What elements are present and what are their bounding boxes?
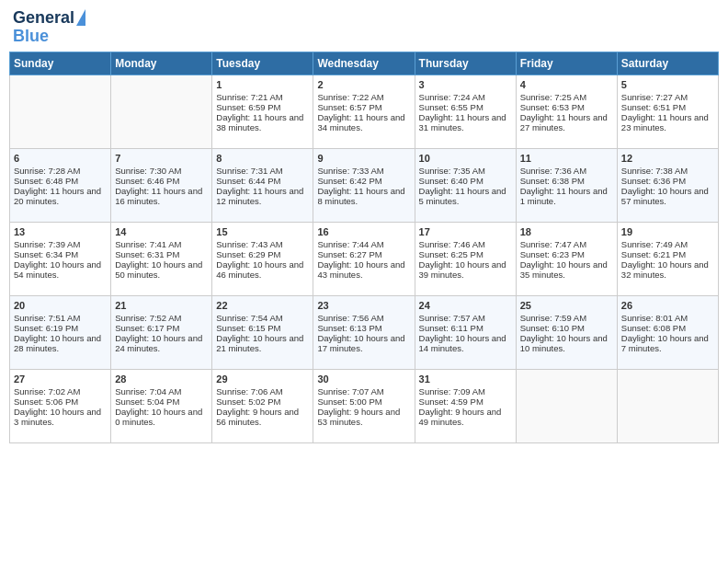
day-info-line: Sunset: 6:11 PM [419,323,512,333]
day-info-line: Sunset: 6:46 PM [115,176,208,186]
day-number: 14 [115,226,208,237]
calendar-cell: 21Sunrise: 7:52 AMSunset: 6:17 PMDayligh… [111,295,212,369]
weekday-header-cell: Sunday [10,52,111,75]
day-info-line: Sunrise: 7:44 AM [317,239,410,249]
day-info-line: Sunset: 6:40 PM [419,176,512,186]
day-info-line: Daylight: 11 hours and 38 minutes. [216,112,309,132]
day-info-line: Sunrise: 7:57 AM [419,313,512,323]
day-info-line: Sunrise: 7:51 AM [14,313,107,323]
calendar-cell: 29Sunrise: 7:06 AMSunset: 5:02 PMDayligh… [212,369,313,442]
day-info-line: Daylight: 11 hours and 8 minutes. [317,186,410,206]
day-info-line: Sunset: 6:21 PM [621,249,714,259]
calendar-week-row: 13Sunrise: 7:39 AMSunset: 6:34 PMDayligh… [10,222,719,295]
day-info-line: Sunrise: 7:28 AM [14,166,107,176]
day-info-line: Daylight: 10 hours and 7 minutes. [621,333,714,353]
day-number: 1 [216,79,309,90]
day-info-line: Sunrise: 7:36 AM [520,166,613,176]
page-header: General Blue [9,9,719,46]
day-number: 25 [520,300,613,311]
day-info-line: Sunset: 6:25 PM [419,249,512,259]
logo-triangle-icon [76,9,85,26]
day-info-line: Sunset: 6:17 PM [115,323,208,333]
calendar-cell: 20Sunrise: 7:51 AMSunset: 6:19 PMDayligh… [10,295,111,369]
calendar-cell: 19Sunrise: 7:49 AMSunset: 6:21 PMDayligh… [617,222,718,295]
day-info-line: Sunrise: 7:21 AM [216,92,309,102]
day-info-line: Sunset: 4:59 PM [419,396,512,407]
day-info-line: Sunrise: 7:25 AM [520,92,613,102]
calendar-cell: 22Sunrise: 7:54 AMSunset: 6:15 PMDayligh… [212,295,313,369]
calendar-cell [617,369,718,442]
day-info-line: Daylight: 11 hours and 12 minutes. [216,186,309,206]
day-number: 27 [14,373,107,385]
day-number: 5 [621,79,714,90]
day-number: 28 [115,373,208,385]
day-info-line: Sunrise: 7:41 AM [115,239,208,249]
day-info-line: Daylight: 11 hours and 1 minute. [520,186,613,206]
weekday-header-cell: Monday [111,52,212,75]
day-number: 15 [216,226,309,237]
day-info-line: Daylight: 10 hours and 39 minutes. [419,259,512,280]
calendar-cell: 2Sunrise: 7:22 AMSunset: 6:57 PMDaylight… [313,75,415,148]
day-info-line: Daylight: 10 hours and 0 minutes. [115,407,208,427]
day-info-line: Sunset: 6:38 PM [520,176,613,186]
weekday-header-cell: Wednesday [313,52,415,75]
day-info-line: Sunset: 6:44 PM [216,176,309,186]
day-info-line: Sunrise: 7:07 AM [317,386,410,396]
day-number: 31 [419,373,512,385]
day-info-line: Daylight: 11 hours and 23 minutes. [621,112,714,132]
day-info-line: Sunset: 6:15 PM [216,323,309,333]
weekday-header-cell: Thursday [415,52,516,75]
calendar-cell: 15Sunrise: 7:43 AMSunset: 6:29 PMDayligh… [212,222,313,295]
day-number: 3 [419,79,512,90]
day-info-line: Daylight: 10 hours and 54 minutes. [14,259,107,280]
calendar-week-row: 20Sunrise: 7:51 AMSunset: 6:19 PMDayligh… [10,295,719,369]
day-info-line: Daylight: 10 hours and 24 minutes. [115,333,208,353]
day-info-line: Daylight: 11 hours and 5 minutes. [419,186,512,206]
day-info-line: Sunrise: 7:31 AM [216,166,309,176]
day-number: 11 [520,153,613,164]
calendar-cell: 1Sunrise: 7:21 AMSunset: 6:59 PMDaylight… [212,75,313,148]
day-info-line: Sunrise: 7:27 AM [621,92,714,102]
day-info-line: Daylight: 10 hours and 17 minutes. [317,333,410,353]
day-info-line: Sunrise: 7:56 AM [317,313,410,323]
day-info-line: Sunrise: 7:52 AM [115,313,208,323]
calendar-cell: 9Sunrise: 7:33 AMSunset: 6:42 PMDaylight… [313,148,415,222]
day-info-line: Sunset: 5:00 PM [317,396,410,407]
day-info-line: Daylight: 11 hours and 34 minutes. [317,112,410,132]
day-info-line: Sunset: 6:48 PM [14,176,107,186]
calendar-cell [111,75,212,148]
calendar-cell: 27Sunrise: 7:02 AMSunset: 5:06 PMDayligh… [10,369,111,442]
day-info-line: Sunset: 6:13 PM [317,323,410,333]
day-info-line: Sunrise: 7:43 AM [216,239,309,249]
day-info-line: Sunrise: 7:46 AM [419,239,512,249]
calendar-cell: 28Sunrise: 7:04 AMSunset: 5:04 PMDayligh… [111,369,212,442]
day-info-line: Daylight: 10 hours and 43 minutes. [317,259,410,280]
day-info-line: Sunset: 6:10 PM [520,323,613,333]
calendar-cell [10,75,111,148]
day-info-line: Daylight: 10 hours and 32 minutes. [621,259,714,280]
weekday-header-cell: Tuesday [212,52,313,75]
day-info-line: Daylight: 10 hours and 46 minutes. [216,259,309,280]
calendar-cell: 5Sunrise: 7:27 AMSunset: 6:51 PMDaylight… [617,75,718,148]
day-number: 19 [621,226,714,237]
day-info-line: Sunrise: 7:35 AM [419,166,512,176]
day-info-line: Daylight: 11 hours and 16 minutes. [115,186,208,206]
day-number: 12 [621,153,714,164]
calendar-cell: 7Sunrise: 7:30 AMSunset: 6:46 PMDaylight… [111,148,212,222]
calendar-cell: 24Sunrise: 7:57 AMSunset: 6:11 PMDayligh… [415,295,516,369]
calendar-cell: 31Sunrise: 7:09 AMSunset: 4:59 PMDayligh… [415,369,516,442]
day-info-line: Sunset: 5:04 PM [115,396,208,407]
logo-text-general: General [13,9,74,28]
day-info-line: Sunset: 6:34 PM [14,249,107,259]
calendar-cell: 13Sunrise: 7:39 AMSunset: 6:34 PMDayligh… [10,222,111,295]
calendar-cell: 23Sunrise: 7:56 AMSunset: 6:13 PMDayligh… [313,295,415,369]
day-number: 23 [317,300,410,311]
calendar-cell: 8Sunrise: 7:31 AMSunset: 6:44 PMDaylight… [212,148,313,222]
calendar-cell: 11Sunrise: 7:36 AMSunset: 6:38 PMDayligh… [516,148,617,222]
day-info-line: Sunrise: 7:47 AM [520,239,613,249]
day-info-line: Sunrise: 7:59 AM [520,313,613,323]
day-info-line: Sunrise: 8:01 AM [621,313,714,323]
day-info-line: Sunrise: 7:04 AM [115,386,208,396]
day-info-line: Daylight: 10 hours and 35 minutes. [520,259,613,280]
day-info-line: Sunrise: 7:33 AM [317,166,410,176]
